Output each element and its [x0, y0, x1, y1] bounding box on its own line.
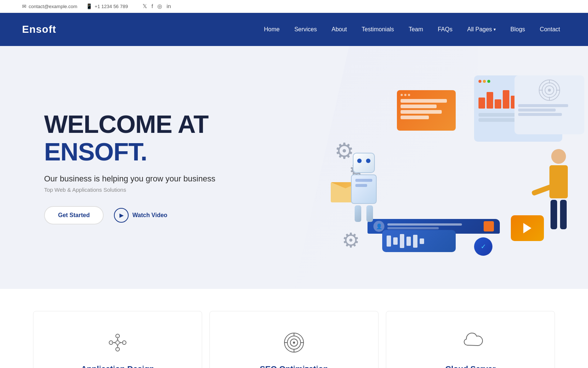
seo-icon — [281, 330, 307, 355]
dropdown-arrow: ▾ — [494, 27, 496, 32]
svg-point-3 — [548, 89, 551, 92]
app-design-icon — [105, 330, 130, 355]
person-leg-right — [560, 200, 567, 229]
nav-item-allpages[interactable]: All Pages ▾ — [461, 23, 502, 36]
nav-item-contact[interactable]: Contact — [534, 23, 566, 36]
screen-panel-right — [514, 75, 584, 134]
twitter-icon[interactable]: 𝕏 — [143, 3, 147, 10]
svg-point-19 — [293, 342, 295, 344]
main-nav: Home Services About Testimonials Team FA… — [258, 23, 566, 36]
gear-icon-3: ⚙ — [342, 229, 360, 252]
facebook-icon[interactable]: f — [151, 3, 153, 10]
person-figure — [544, 149, 573, 234]
social-links: 𝕏 f ◎ in — [143, 3, 171, 10]
linkedin-icon[interactable]: in — [166, 3, 171, 10]
nav-item-services[interactable]: Services — [288, 23, 323, 36]
hero-subtitle: Our business is helping you grow your bu… — [44, 174, 215, 184]
robot-leg-left — [355, 205, 361, 222]
robot-eye-left — [357, 159, 362, 163]
nav-item-testimonials[interactable]: Testimonials — [356, 23, 400, 36]
robot-body — [351, 174, 377, 204]
watch-video-label: Watch Video — [132, 212, 167, 219]
service-card-app-design: Application Design — [33, 311, 202, 368]
nav-item-blogs[interactable]: Blogs — [505, 23, 531, 36]
nav-item-about[interactable]: About — [326, 23, 353, 36]
person-head — [551, 149, 566, 164]
hero-content: WELCOME AT ENSOFT. Our business is helpi… — [44, 110, 215, 225]
cloud-icon — [458, 330, 483, 355]
hero-section: WELCOME AT ENSOFT. Our business is helpi… — [0, 46, 588, 289]
service-title-seo: SEO Optimization — [225, 364, 363, 368]
topbar-phone: 📱 +1 1234 56 789 — [86, 3, 128, 9]
clock-icon: ✓ — [474, 237, 492, 256]
nav-item-home[interactable]: Home — [258, 23, 286, 36]
play-triangle — [523, 223, 531, 233]
person-torso — [544, 165, 573, 198]
robot-figure — [345, 153, 382, 226]
watch-video-button[interactable]: ▶ Watch Video — [114, 208, 167, 223]
robot-eye-right — [366, 159, 370, 163]
nav-item-team[interactable]: Team — [403, 23, 429, 36]
email-text: contact@example.com — [29, 4, 77, 9]
hero-actions: Get Started ▶ Watch Video — [44, 206, 215, 224]
email-icon: ✉ — [22, 3, 26, 9]
iso-scene: ⚙ ⚙ ⚙ — [323, 72, 573, 263]
play-icon-circle: ▶ — [114, 208, 129, 223]
robot-legs — [345, 205, 382, 222]
navbar: Ensoft Home Services About Testimonials … — [0, 13, 588, 46]
check-mark: ✓ — [481, 243, 486, 251]
hero-title-line1: WELCOME AT — [44, 110, 215, 138]
orange-data-panel — [397, 90, 456, 131]
person-leg-left — [551, 200, 557, 229]
person-legs — [544, 200, 573, 229]
service-card-cloud: Cloud Server — [386, 311, 555, 368]
topbar-email: ✉ contact@example.com — [22, 3, 77, 9]
phone-icon: 📱 — [86, 3, 92, 9]
service-title-cloud: Cloud Server — [401, 364, 540, 368]
hero-sub2: Top Web & Applications Solutions — [44, 187, 215, 193]
nav-item-faqs[interactable]: FAQs — [432, 23, 458, 36]
robot-leg-right — [366, 205, 373, 222]
instagram-icon[interactable]: ◎ — [157, 3, 162, 10]
play-card — [511, 215, 544, 241]
service-card-seo: SEO Optimization — [209, 311, 379, 368]
service-title-app-design: Application Design — [48, 364, 187, 368]
robot-head — [353, 153, 375, 173]
hero-title-line2: ENSOFT. — [44, 138, 215, 166]
get-started-button[interactable]: Get Started — [44, 206, 104, 224]
topbar: ✉ contact@example.com 📱 +1 1234 56 789 𝕏… — [0, 0, 588, 13]
services-section: Application Design SEO Optimization Clou… — [0, 289, 588, 368]
phone-text: +1 1234 56 789 — [94, 4, 128, 9]
site-logo[interactable]: Ensoft — [22, 24, 56, 35]
hero-illustration: ⚙ ⚙ ⚙ — [323, 72, 573, 263]
person-body — [549, 165, 568, 198]
chart-card — [382, 230, 456, 252]
